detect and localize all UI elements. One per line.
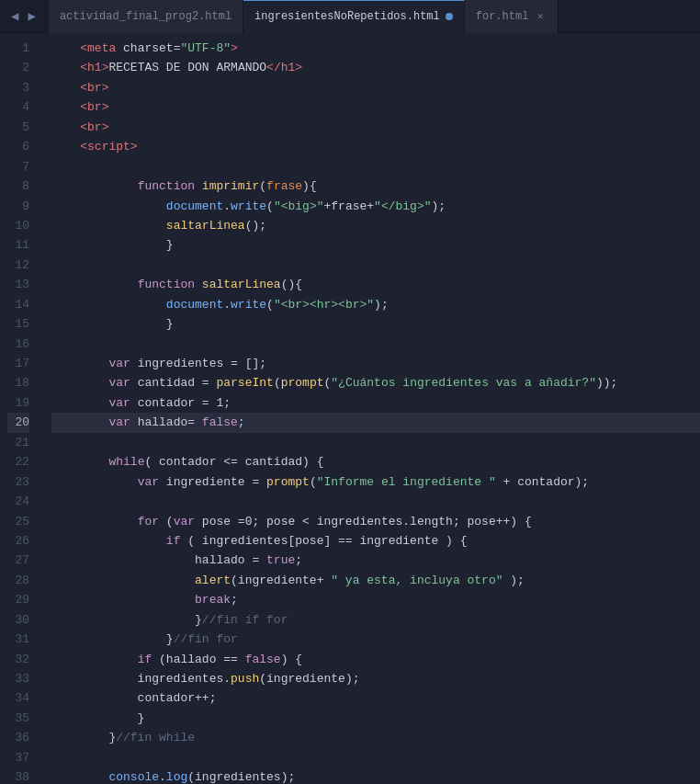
code-line-18: var cantidad = parseInt(prompt("¿Cuántos… (51, 373, 700, 392)
code-line-11: } (51, 235, 700, 255)
ln-21: 21 (7, 433, 29, 452)
code-line-34: contador++; (51, 688, 700, 708)
ln-15: 15 (7, 314, 29, 334)
ln-12: 12 (7, 256, 29, 275)
ln-20: 20 (7, 413, 29, 432)
code-line-24 (51, 492, 700, 511)
code-line-2: <h1>RECETAS DE DON ARMANDO</h1> (51, 58, 700, 77)
tab-for-close-icon[interactable]: ✕ (534, 10, 547, 23)
ln-17: 17 (7, 354, 29, 373)
nav-arrows: ◀ ▶ (4, 6, 43, 26)
code-line-22: while( contador <= cantidad) { (51, 452, 700, 472)
ln-38: 38 (7, 767, 29, 784)
code-area[interactable]: <meta charset="UTF-8"> <h1>RECETAS DE DO… (40, 33, 700, 784)
code-line-23: var ingrediente = prompt("Informe el ing… (51, 472, 700, 492)
ln-34: 34 (7, 688, 29, 708)
code-line-38: console.log(ingredientes); (51, 767, 700, 784)
ln-23: 23 (7, 472, 29, 492)
ln-35: 35 (7, 709, 29, 728)
code-line-13: function saltarLinea(){ (51, 275, 700, 294)
code-line-6: <script> (51, 137, 700, 156)
ln-27: 27 (7, 551, 29, 570)
code-line-7 (51, 157, 700, 176)
line-numbers: 1 2 3 4 5 6 7 8 9 10 11 12 13 14 15 16 1… (0, 33, 40, 784)
code-line-20: var hallado= false; (51, 413, 700, 432)
ln-1: 1 (7, 39, 29, 58)
ln-22: 22 (7, 452, 29, 472)
tab-actividad-label: actividad_final_prog2.html (60, 10, 231, 23)
code-line-28: alert(ingrediente+ " ya esta, incluya ot… (51, 571, 700, 590)
ln-2: 2 (7, 58, 29, 77)
ln-33: 33 (7, 669, 29, 688)
code-line-9: document.write("<big>"+frase+"</big>"); (51, 197, 700, 216)
ln-16: 16 (7, 335, 29, 354)
code-line-37 (51, 748, 700, 767)
code-line-25: for (var pose =0; pose < ingredientes.le… (51, 512, 700, 531)
nav-right-icon[interactable]: ▶ (24, 6, 39, 26)
ln-31: 31 (7, 630, 29, 649)
ln-6: 6 (7, 137, 29, 156)
code-line-19: var contador = 1; (51, 393, 700, 413)
ln-3: 3 (7, 78, 29, 97)
ln-13: 13 (7, 275, 29, 294)
code-line-26: if ( ingredientes[pose] == ingrediente )… (51, 531, 700, 551)
tab-for[interactable]: for.html ✕ (465, 0, 559, 33)
ln-18: 18 (7, 373, 29, 392)
code-line-27: hallado = true; (51, 551, 700, 570)
code-line-29: break; (51, 590, 700, 609)
code-line-17: var ingredientes = []; (51, 354, 700, 373)
code-line-16 (51, 335, 700, 354)
tab-ingresientes-label: ingresientesNoRepetidos.html (254, 10, 440, 23)
code-line-15: } (51, 314, 700, 334)
code-line-10: saltarLinea(); (51, 216, 700, 235)
ln-29: 29 (7, 590, 29, 609)
editor: 1 2 3 4 5 6 7 8 9 10 11 12 13 14 15 16 1… (0, 33, 700, 784)
tab-bar: ◀ ▶ actividad_final_prog2.html ingresien… (0, 0, 700, 33)
ln-19: 19 (7, 393, 29, 413)
ln-11: 11 (7, 235, 29, 255)
ln-36: 36 (7, 728, 29, 747)
tab-actividad[interactable]: actividad_final_prog2.html (49, 0, 243, 33)
code-line-12 (51, 256, 700, 275)
ln-7: 7 (7, 157, 29, 176)
tab-for-label: for.html (476, 10, 529, 23)
ln-25: 25 (7, 512, 29, 531)
ln-14: 14 (7, 295, 29, 314)
ln-8: 8 (7, 176, 29, 196)
code-line-4: <br> (51, 97, 700, 117)
code-line-8: function imprimir(frase){ (51, 176, 700, 196)
ln-30: 30 (7, 610, 29, 630)
code-line-1: <meta charset="UTF-8"> (51, 39, 700, 58)
ln-37: 37 (7, 748, 29, 767)
code-line-21 (51, 433, 700, 452)
code-line-3: <br> (51, 78, 700, 97)
code-line-5: <br> (51, 118, 700, 137)
ln-10: 10 (7, 216, 29, 235)
tab-ingresientes[interactable]: ingresientesNoRepetidos.html (243, 0, 465, 33)
ln-32: 32 (7, 650, 29, 669)
code-line-33: ingredientes.push(ingrediente); (51, 669, 700, 688)
code-line-35: } (51, 709, 700, 728)
ln-28: 28 (7, 571, 29, 590)
code-line-30: }//fin if for (51, 610, 700, 630)
tab-modified-dot (446, 13, 453, 20)
code-line-14: document.write("<br><hr><br>"); (51, 295, 700, 314)
nav-left-icon[interactable]: ◀ (7, 6, 22, 26)
ln-5: 5 (7, 118, 29, 137)
code-line-31: }//fin for (51, 630, 700, 649)
code-line-32: if (hallado == false) { (51, 650, 700, 669)
ln-9: 9 (7, 197, 29, 216)
code-line-36: }//fin while (51, 728, 700, 747)
ln-24: 24 (7, 492, 29, 511)
ln-26: 26 (7, 531, 29, 551)
ln-4: 4 (7, 97, 29, 117)
